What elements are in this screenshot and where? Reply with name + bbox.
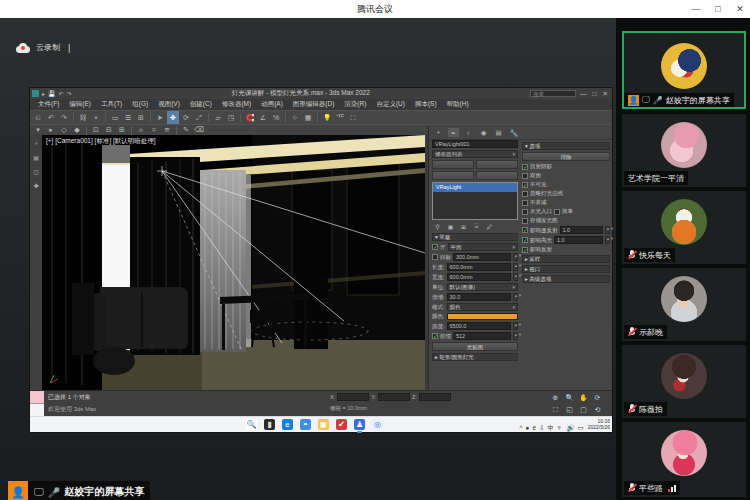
toolbar-icon[interactable]: ▸ (45, 125, 57, 136)
spinner[interactable]: ▲▼ (605, 226, 610, 234)
checkbox[interactable] (522, 164, 528, 170)
stack-tool-icon[interactable]: 🖉 (484, 222, 495, 231)
toolbar-icon[interactable]: ⌖ (90, 111, 102, 124)
checkbox[interactable] (522, 173, 528, 179)
toolbar-icon[interactable]: ◆ (71, 125, 83, 136)
max-app-icon[interactable]: ♟ (354, 419, 365, 430)
toolbar-icon[interactable]: ▭ (109, 111, 121, 124)
rollout-header[interactable]: ▾ 常规 (432, 233, 518, 241)
checkbox[interactable] (522, 218, 528, 224)
panel-button[interactable]: 排除 (522, 152, 610, 161)
spinner[interactable]: ▲▼ (513, 263, 518, 271)
toolbar-icon[interactable]: ☰ (122, 111, 134, 124)
file-explorer-icon[interactable]: ▮ (264, 419, 275, 430)
tray-icon[interactable]: ^ (519, 424, 522, 431)
cloud-recording-indicator[interactable]: 云录制 | (16, 42, 70, 53)
tray-icon[interactable]: 🔊 (566, 424, 574, 431)
toolbar-icon[interactable]: ∠ (257, 111, 269, 124)
nav-icon[interactable]: ⟳ (591, 392, 604, 403)
maximize-button[interactable]: □ (712, 4, 724, 14)
menu-item[interactable]: 修改器(M) (218, 100, 255, 109)
checkbox[interactable] (522, 182, 528, 188)
toolbar-icon[interactable]: ≋ (161, 125, 173, 136)
left-toolbar-icon[interactable]: ◫ (31, 166, 41, 176)
menu-item[interactable]: 脚本(S) (411, 100, 441, 109)
checkbox[interactable] (554, 209, 560, 215)
nav-icon[interactable]: ▢ (577, 404, 590, 415)
toolbar-icon[interactable]: ▱ (212, 111, 224, 124)
maxscript-mini-listener[interactable] (30, 391, 44, 417)
menu-item[interactable]: 创建(C) (186, 100, 216, 109)
toolbar-icon[interactable]: ⛶ (347, 111, 359, 124)
panel-button[interactable] (476, 171, 518, 180)
left-toolbar-icon[interactable]: ＋ (31, 138, 41, 148)
toolbar-icon[interactable]: 🧲 (244, 111, 256, 124)
value-field[interactable]: 512 (453, 332, 511, 340)
left-toolbar-icon[interactable]: ▤ (31, 152, 41, 162)
toolbar-icon[interactable]: ⌗ (148, 125, 160, 136)
tray-icon[interactable]: ᯤ (557, 424, 564, 431)
panel-button[interactable]: 无贴图 (432, 342, 518, 351)
panel-button[interactable] (432, 160, 474, 169)
taskbar-clock[interactable]: 10:16 2022/5/26 (588, 419, 610, 430)
toolbar-icon[interactable]: ◇ (58, 125, 70, 136)
panel-button[interactable] (432, 171, 474, 180)
command-panel-tab[interactable]: ＋ (433, 128, 444, 137)
max-viewport[interactable]: [+] [Camera001] [标准] [默认明暗处理] (42, 135, 425, 390)
participant-tile[interactable]: 陈薇拍 (622, 345, 746, 418)
menu-item[interactable]: 工具(T) (97, 100, 126, 109)
toolbar-icon[interactable]: ⊞ (135, 111, 147, 124)
toolbar-icon[interactable]: ⟳ (180, 111, 192, 124)
menu-item[interactable]: 自定义(U) (372, 100, 409, 109)
dropdown[interactable]: 默认(图像)▾ (447, 283, 518, 291)
search-icon[interactable]: 🔍 (246, 419, 257, 430)
sharer-name-overlay[interactable]: 👤 🖵 🎤 赵姣宇的屏幕共享 (8, 481, 150, 500)
tray-icon[interactable]: 中 (547, 424, 554, 431)
value-field[interactable]: 6500.0 (447, 322, 511, 330)
spinner[interactable]: ▲▼ (605, 236, 610, 244)
dropdown[interactable]: 颜色▾ (447, 303, 518, 311)
rollout-header[interactable]: ▸ 矩形/圆形灯光 (432, 353, 518, 361)
left-toolbar-icon[interactable]: ✚ (31, 180, 41, 190)
toolbar-icon[interactable]: ➤ (154, 111, 166, 124)
command-panel-tab[interactable]: ▤ (493, 128, 504, 137)
checkbox[interactable] (432, 244, 438, 250)
toolbar-icon[interactable]: ⊟ (103, 125, 115, 136)
browser-icon[interactable]: ◎ (372, 419, 383, 430)
toolbar-icon[interactable]: ↶ (45, 111, 57, 124)
modifier-stack[interactable]: VRayLight (432, 182, 518, 220)
checkbox[interactable] (522, 247, 528, 253)
stack-tool-icon[interactable]: ⊞ (458, 222, 469, 231)
minimize-button[interactable]: — (690, 4, 702, 14)
stack-tool-icon[interactable]: ⚲ (432, 222, 443, 231)
toolbar-icon[interactable]: ⤢ (193, 111, 205, 124)
toolbar-icon[interactable]: ↷ (58, 111, 70, 124)
toolbar-icon[interactable]: ⎌ (32, 111, 44, 124)
toolbar-icon[interactable]: % (270, 111, 282, 124)
toolbar-icon[interactable]: ▦ (302, 111, 314, 124)
stack-tool-icon[interactable]: ▣ (445, 222, 456, 231)
rollout-header[interactable]: ▸ 采样 (522, 255, 610, 263)
coord-field[interactable] (419, 393, 451, 401)
spinner[interactable]: ▲▼ (513, 293, 518, 301)
command-panel-tab[interactable]: 🔧 (508, 128, 519, 137)
stack-tool-icon[interactable]: ⌸ (471, 222, 482, 231)
spinner[interactable]: ▲▼ (513, 322, 518, 330)
color-swatch[interactable] (447, 313, 518, 320)
tray-icon[interactable]: e (532, 424, 536, 431)
viewport-label[interactable]: [+] [Camera001] [标准] [默认明暗处理] (46, 137, 156, 146)
toolbar-icon[interactable]: 💡 (321, 111, 333, 124)
max-maximize-button[interactable]: □ (593, 90, 597, 98)
command-panel-tab[interactable]: ⌁ (448, 128, 459, 137)
command-panel-tab[interactable]: ♁ (463, 128, 474, 137)
value-field[interactable]: 1.0 (560, 226, 604, 234)
toolbar-icon[interactable]: ⟡ (135, 125, 147, 136)
coord-field[interactable] (337, 393, 369, 401)
participant-tile[interactable]: 示郝晚 (622, 268, 746, 341)
stack-selected-item[interactable]: VRayLight (433, 183, 517, 192)
participant-tile[interactable]: 👤🖵🎤赵姣宇的屏幕共享 (622, 31, 746, 109)
tray-icon[interactable]: ▭ (578, 424, 584, 431)
coord-field[interactable] (378, 393, 410, 401)
toolbar-icon[interactable]: ⊞ (116, 125, 128, 136)
checkbox[interactable] (522, 209, 528, 215)
